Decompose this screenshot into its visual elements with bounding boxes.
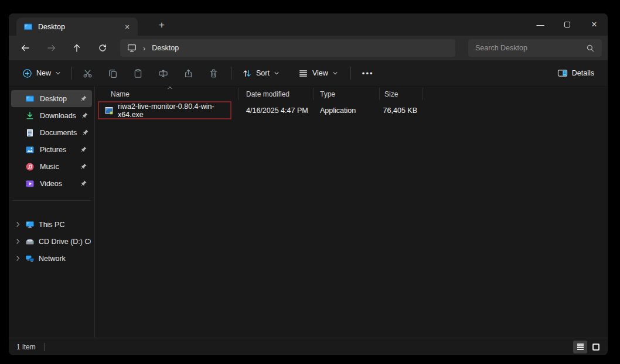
desktop-monitor-icon xyxy=(23,22,33,32)
music-icon xyxy=(25,162,35,171)
sidebar-item-label: Pictures xyxy=(40,146,66,154)
minimize-button[interactable]: — xyxy=(527,13,554,36)
column-header-type[interactable]: Type xyxy=(314,88,380,100)
view-button-label: View xyxy=(312,69,328,77)
arrow-up-icon xyxy=(72,43,81,53)
column-header-date-modified[interactable]: Date modified xyxy=(239,88,314,100)
refresh-icon xyxy=(98,43,107,53)
sort-button[interactable]: Sort xyxy=(237,64,285,83)
item-count: 1 item xyxy=(16,343,36,351)
search-input[interactable] xyxy=(475,44,586,52)
close-button[interactable]: × xyxy=(581,13,608,36)
paste-icon xyxy=(133,68,143,78)
sidebar-item-network[interactable]: Network xyxy=(9,250,94,267)
sidebar-item-videos[interactable]: Videos xyxy=(11,175,92,192)
tab-title: Desktop xyxy=(38,23,116,31)
breadcrumb-chevron-icon: › xyxy=(143,44,145,53)
network-icon xyxy=(25,254,35,263)
cut-button[interactable] xyxy=(77,64,97,83)
arrow-left-icon xyxy=(21,43,30,53)
sidebar-item-pictures[interactable]: Pictures xyxy=(11,141,92,158)
breadcrumb[interactable]: Desktop xyxy=(152,44,179,52)
pin-icon xyxy=(80,146,87,153)
file-name-cell[interactable]: riwa2-live-monitor-0.80.4-win-x64.exe xyxy=(95,102,239,119)
column-header-name[interactable]: Name xyxy=(95,88,239,100)
navigation-pane: Desktop Downloads Documents Pictures xyxy=(9,87,95,338)
desktop-icon xyxy=(25,94,35,104)
plus-circle-icon xyxy=(22,68,32,78)
new-button-label: New xyxy=(36,69,51,77)
maximize-icon xyxy=(564,22,570,28)
details-pane-button[interactable]: Details xyxy=(552,64,599,83)
back-button[interactable] xyxy=(15,39,36,57)
copy-icon xyxy=(108,68,118,78)
exe-file-icon xyxy=(104,106,114,115)
rename-button[interactable] xyxy=(153,64,173,83)
file-date-modified: 4/16/2025 4:47 PM xyxy=(239,107,314,115)
more-options-button[interactable]: ••• xyxy=(356,69,380,78)
pin-icon xyxy=(80,95,87,102)
toolbar-divider xyxy=(231,67,231,80)
this-pc-icon xyxy=(25,220,35,229)
toolbar-divider xyxy=(350,67,351,80)
large-icons-view-icon xyxy=(592,344,599,351)
file-type: Application xyxy=(314,107,380,115)
chevron-right-icon[interactable] xyxy=(15,221,21,228)
column-headers: Name Date modified Type Size xyxy=(95,87,608,101)
sidebar-item-label: Desktop xyxy=(40,95,67,103)
column-header-size[interactable]: Size xyxy=(380,88,423,100)
view-button[interactable]: View xyxy=(293,64,343,83)
trash-icon xyxy=(209,68,219,78)
search-icon[interactable] xyxy=(586,44,595,53)
share-icon xyxy=(183,68,193,78)
chevron-down-icon xyxy=(55,70,61,76)
sidebar-item-desktop[interactable]: Desktop xyxy=(11,90,92,107)
tab-strip: Desktop × + — × xyxy=(9,13,608,36)
up-button[interactable] xyxy=(66,39,87,57)
paste-button[interactable] xyxy=(128,64,148,83)
address-bar[interactable]: › Desktop xyxy=(120,39,455,57)
view-toggles xyxy=(573,341,603,353)
new-button[interactable]: New xyxy=(17,64,66,83)
window-controls: — × xyxy=(527,13,608,36)
file-row[interactable]: riwa2-live-monitor-0.80.4-win-x64.exe 4/… xyxy=(95,101,608,119)
sidebar-item-this-pc[interactable]: This PC xyxy=(9,216,94,233)
delete-button[interactable] xyxy=(203,64,223,83)
details-view-toggle-button[interactable] xyxy=(573,341,587,353)
sidebar-item-documents[interactable]: Documents xyxy=(11,124,92,141)
videos-icon xyxy=(25,179,35,188)
chevron-down-icon xyxy=(332,70,338,76)
sidebar-item-downloads[interactable]: Downloads xyxy=(11,107,92,124)
toolbar-divider xyxy=(71,67,72,80)
new-tab-button[interactable]: + xyxy=(153,18,171,32)
command-bar: New Sort View xyxy=(9,60,608,87)
share-button[interactable] xyxy=(178,64,198,83)
refresh-button[interactable] xyxy=(92,39,113,57)
view-lines-icon xyxy=(298,68,308,78)
file-size: 76,405 KB xyxy=(380,107,423,115)
search-box xyxy=(468,39,602,57)
chevron-right-icon[interactable] xyxy=(15,238,21,245)
sidebar-item-cd-drive[interactable]: CD Drive (D:) CCCC xyxy=(9,233,94,250)
maximize-button[interactable] xyxy=(554,13,581,36)
large-icons-view-toggle-button[interactable] xyxy=(589,341,603,353)
tree-item-label: This PC xyxy=(39,221,64,229)
sort-button-label: Sort xyxy=(256,69,270,77)
sidebar-item-music[interactable]: Music xyxy=(11,158,92,175)
pin-icon xyxy=(80,163,87,170)
tab-close-icon[interactable]: × xyxy=(121,21,133,33)
sidebar-item-label: Downloads xyxy=(40,112,76,120)
cd-drive-icon xyxy=(25,237,35,246)
chevron-right-icon[interactable] xyxy=(15,255,21,262)
documents-icon xyxy=(25,128,35,138)
sort-ascending-icon xyxy=(167,85,173,90)
sidebar-divider xyxy=(12,200,91,201)
file-list-pane: Name Date modified Type Size xyxy=(95,87,608,338)
sort-icon xyxy=(242,68,252,78)
rename-icon xyxy=(158,68,168,78)
location-monitor-icon xyxy=(127,43,137,53)
sidebar-item-label: Documents xyxy=(40,129,77,137)
copy-button[interactable] xyxy=(103,64,122,83)
tab-desktop[interactable]: Desktop × xyxy=(16,18,138,36)
forward-button[interactable] xyxy=(40,39,62,57)
